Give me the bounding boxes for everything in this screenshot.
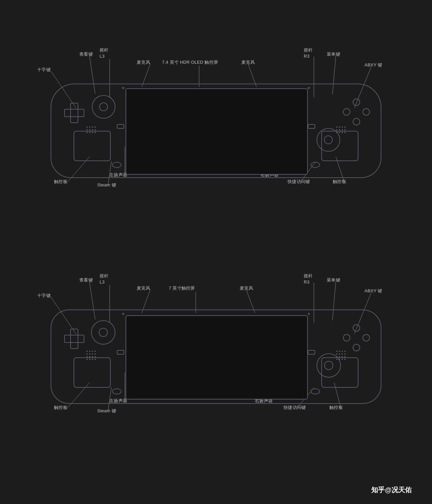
bottom-deck-body [51,309,381,404]
bottom-stick-left [91,320,115,345]
top-device-section: 十字键 查看键 摇杆 L3 麦克风 7.4 英寸 HDR OLED 触控屏 麦克… [30,27,402,223]
top-deck-body [51,84,381,178]
top-menu-btn [308,124,315,129]
label-quick-access-bot: 快捷访问键 [284,405,306,411]
label-menu-key-top: 菜单键 [327,51,340,57]
page-container: 十字键 查看键 摇杆 L3 麦克风 7.4 英寸 HDR OLED 触控屏 麦克… [0,0,432,504]
top-touchpad-right [321,131,358,161]
label-cross-key-bot: 十字键 [37,293,51,299]
label-touchpad-left-bot: 触控板 [54,405,68,411]
bottom-mic-left [122,313,124,315]
label-abxy-top: ABXY 键 [364,62,382,68]
label-screen-top: 7.4 英寸 HDR OLED 触控屏 [162,59,218,65]
top-view-btn [117,124,124,129]
bottom-mic-right [308,313,310,315]
label-touchpad-right-top: 触控板 [333,179,346,185]
label-mic-right-top: 麦克风 [241,59,255,65]
label-touchpad-left-top: 触控板 [54,179,68,185]
label-screen-bot: 7 英寸触控屏 [169,285,195,291]
top-mic-right [308,87,310,89]
label-view-key-bot: 查看键 [79,277,93,283]
label-mic-right-bot: 麦克风 [240,285,253,291]
label-steam-key-bot: Steam 键 [97,408,116,414]
label-touchpad-right-bot: 触控板 [329,405,343,411]
label-abxy-bot: ABXY 键 [364,288,382,294]
bottom-view-btn [117,350,124,355]
label-joystick-l3-bot: 摇杆 L3 [100,273,109,285]
top-abxy [343,98,370,125]
bottom-touchpad-right [321,357,358,388]
bottom-device-section: 十字键 查看键 摇杆 L3 麦克风 7 英寸触控屏 麦克风 摇杆 R3 菜单键 … [30,253,402,448]
bottom-dpad [64,329,84,349]
bottom-screen [126,315,308,399]
label-cross-key-top: 十字键 [37,67,51,73]
bottom-steam-btn [112,388,122,394]
watermark: 知乎@况天佑 [371,485,412,495]
label-joystick-l3-top: 摇杆 L3 [100,47,109,59]
bottom-menu-btn [308,350,315,355]
label-joystick-r3-bot: 摇杆 R3 [304,273,313,285]
label-view-key-top: 查看键 [79,51,93,57]
top-mic-left [122,87,124,89]
bottom-touchpad-left [74,357,111,388]
top-dpad [64,103,84,123]
label-mic-left-bot: 麦克风 [137,285,150,291]
label-joystick-r3-top: 摇杆 R3 [304,47,313,59]
top-screen [126,88,308,175]
label-quick-access-top: 快捷访问键 [288,179,310,185]
label-steam-key-top: Steam 键 [97,182,116,188]
top-steam-btn [112,162,122,168]
bottom-abxy [343,324,370,351]
top-stick-left [92,95,115,119]
bottom-quick-btn [310,388,320,394]
top-touchpad-left [74,131,111,161]
top-quick-btn [310,162,320,168]
label-menu-key-bot: 菜单键 [327,277,340,283]
label-mic-left-top: 麦克风 [137,59,150,65]
